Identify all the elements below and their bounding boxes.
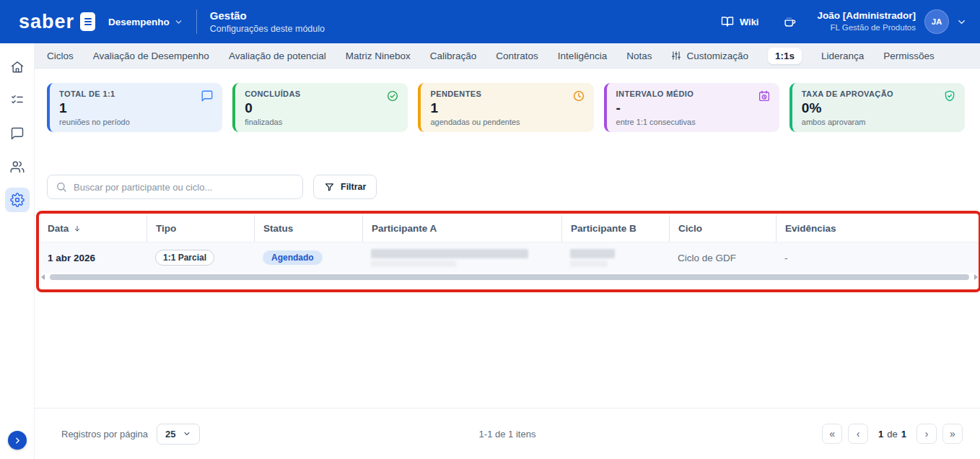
page-indicator: 1 de 1 (878, 429, 906, 440)
per-page-label: Registros por página (61, 429, 148, 440)
column-header-participante-a[interactable]: Participante A (362, 215, 561, 242)
card-subtitle: reuniões no período (59, 118, 213, 126)
module-tabs: Ciclos Avaliação de Desempenho Avaliação… (35, 43, 980, 69)
page-title: Gestão (210, 9, 325, 22)
cell-participant-b (561, 249, 669, 267)
last-page-button[interactable]: » (942, 424, 963, 444)
tab-lideranca[interactable]: Liderança (821, 51, 864, 61)
column-header-status[interactable]: Status (254, 215, 362, 242)
user-info[interactable]: João [Administrador] FL Gestão de Produt… (817, 10, 916, 32)
filter-button[interactable]: Filtrar (313, 175, 377, 199)
scroll-right-arrow-icon[interactable] (974, 274, 978, 280)
module-switcher-label: Desempenho (108, 17, 170, 27)
tab-avaliacao-desempenho[interactable]: Avaliação de Desempenho (93, 51, 209, 61)
sidebar-item-home[interactable] (5, 55, 30, 79)
cell-cycle: Ciclo de GDF (669, 253, 776, 263)
tab-permissoes[interactable]: Permissões (883, 51, 935, 61)
card-value: 0% (802, 100, 955, 116)
card-title: CONCLUÍDAS (245, 89, 398, 98)
user-organization: FL Gestão de Produtos (817, 22, 916, 32)
cell-status: Agendado (254, 250, 362, 265)
check-circle-icon (386, 89, 399, 102)
cell-type: 1:1 Parcial (146, 250, 254, 266)
sliders-icon (671, 51, 681, 61)
tab-notas[interactable]: Notas (626, 51, 652, 61)
left-sidebar (0, 43, 35, 459)
tab-1-1s[interactable]: 1:1s (768, 48, 802, 64)
gear-icon (10, 193, 25, 207)
scrollbar-thumb[interactable] (50, 274, 969, 280)
card-title: INTERVALO MÉDIO (616, 89, 770, 98)
pagination: « ‹ 1 de 1 › » (822, 424, 963, 444)
table-header-row: Data Tipo Status Participante A Particip… (41, 215, 979, 242)
sidebar-item-people[interactable] (5, 154, 30, 179)
user-menu-chevron-down-icon[interactable] (956, 17, 967, 27)
header-divider (196, 9, 197, 34)
previous-page-button[interactable]: ‹ (848, 424, 868, 444)
sidebar-item-messages[interactable] (5, 121, 30, 146)
type-badge: 1:1 Parcial (155, 250, 214, 266)
calendar-clock-icon (758, 89, 771, 102)
tab-contratos[interactable]: Contratos (496, 51, 538, 61)
wiki-label: Wiki (740, 17, 759, 27)
top-header: saber Desempenho Gestão Configurações de… (0, 0, 980, 43)
book-icon (721, 15, 734, 28)
meetings-table: Data Tipo Status Participante A Particip… (41, 215, 979, 273)
sort-desc-icon (73, 224, 82, 233)
tab-calibracao[interactable]: Calibração (430, 51, 477, 61)
home-icon (10, 60, 25, 74)
column-header-tipo[interactable]: Tipo (146, 215, 254, 242)
tab-customizacao[interactable]: Customização (671, 51, 748, 61)
wiki-button[interactable]: Wiki (721, 15, 759, 28)
filter-button-label: Filtrar (341, 182, 366, 192)
people-icon (10, 159, 25, 174)
per-page-select[interactable]: 25 (157, 424, 200, 445)
total-pages: 1 (901, 429, 906, 440)
tab-ciclos[interactable]: Ciclos (47, 51, 74, 61)
funnel-icon (324, 182, 335, 193)
card-value: 1 (430, 100, 584, 116)
next-page-button[interactable]: › (916, 424, 937, 444)
logo-text: saber (19, 11, 74, 33)
module-switcher[interactable]: Desempenho (108, 17, 183, 27)
page-subtitle: Configurações deste módulo (210, 24, 325, 34)
card-subtitle: finalizadas (245, 118, 398, 126)
sidebar-item-settings[interactable] (5, 188, 30, 212)
page-heading: Gestão Configurações deste módulo (210, 9, 325, 34)
search-input[interactable] (74, 182, 294, 193)
coffee-icon (783, 15, 797, 29)
shield-check-icon (943, 89, 956, 102)
column-header-participante-b[interactable]: Participante B (561, 215, 669, 242)
checklist-icon (10, 93, 25, 108)
user-name: João [Administrador] (817, 10, 916, 22)
column-header-evidencias[interactable]: Evidências (776, 215, 979, 242)
chat-bubble-icon (201, 89, 214, 102)
status-badge: Agendado (263, 250, 323, 265)
chat-icon (10, 126, 25, 141)
avatar[interactable]: JA (924, 9, 949, 34)
card-subtitle: entre 1:1 consecutivas (616, 118, 770, 126)
search-box (47, 175, 303, 199)
table-row[interactable]: 1 abr 2026 1:1 Parcial Agendado Ciclo de… (41, 242, 979, 273)
table-footer: Registros por página 25 1-1 de 1 itens «… (35, 408, 980, 459)
card-value: - (616, 100, 770, 116)
redacted-participant-b (570, 249, 615, 267)
tab-inteligencia[interactable]: Inteligência (558, 51, 607, 61)
coffee-button[interactable] (783, 15, 797, 29)
first-page-button[interactable]: « (822, 424, 842, 444)
cell-participant-a (362, 249, 561, 267)
app-logo[interactable]: saber (19, 11, 95, 33)
card-subtitle: ambos aprovaram (802, 118, 955, 126)
sidebar-item-tasks[interactable] (5, 88, 30, 113)
card-subtitle: agendadas ou pendentes (430, 118, 584, 126)
tab-matriz-ninebox[interactable]: Matriz Ninebox (346, 51, 411, 61)
column-header-ciclo[interactable]: Ciclo (669, 215, 776, 242)
card-pendentes: PENDENTES 1 agendadas ou pendentes (418, 83, 593, 132)
sidebar-expand-button[interactable] (8, 431, 27, 450)
stat-cards: TOTAL DE 1:1 1 reuniões no período CONCL… (47, 83, 965, 132)
horizontal-scrollbar (41, 274, 978, 281)
column-header-data[interactable]: Data (41, 223, 146, 234)
tab-avaliacao-potencial[interactable]: Avaliação de potencial (229, 51, 326, 61)
card-title: TAXA DE APROVAÇÃO (802, 89, 955, 98)
scroll-left-arrow-icon[interactable] (41, 274, 45, 280)
